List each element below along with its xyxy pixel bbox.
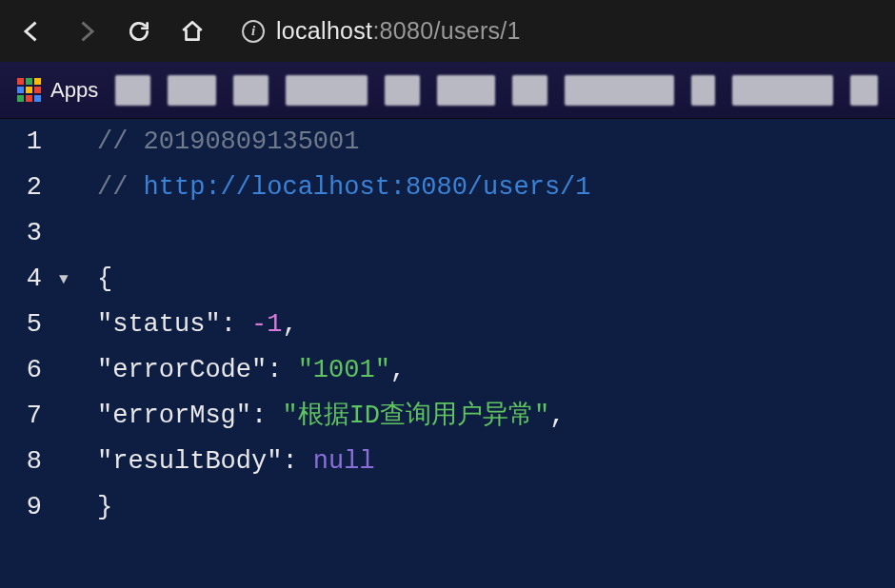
code-area[interactable]: ▼ // 20190809135001 // http://localhost:… (57, 119, 895, 588)
back-button[interactable] (19, 18, 46, 45)
line-gutter: 1 2 3 4 5 6 7 8 9 (0, 119, 57, 588)
bookmark-item[interactable] (850, 75, 878, 106)
address-bar[interactable]: i localhost:8080/users/1 (242, 17, 521, 45)
line-number: 6 (0, 347, 42, 393)
line-number: 8 (0, 439, 42, 484)
line-number: 9 (0, 484, 42, 530)
apps-button[interactable]: Apps (17, 78, 98, 103)
bookmark-item[interactable] (115, 75, 150, 106)
reload-button[interactable] (126, 18, 152, 45)
apps-label: Apps (50, 78, 98, 103)
bookmark-item[interactable] (233, 75, 268, 106)
code-line: { (57, 256, 895, 302)
forward-button[interactable] (72, 18, 99, 45)
code-line: // http://localhost:8080/users/1 (57, 165, 895, 210)
fold-toggle-icon[interactable]: ▼ (59, 271, 69, 288)
url-text: localhost:8080/users/1 (276, 17, 521, 45)
code-line: // 20190809135001 (57, 119, 895, 165)
bookmark-item[interactable] (512, 75, 547, 106)
bookmark-item[interactable] (565, 75, 674, 106)
bookmark-item[interactable] (691, 75, 715, 106)
code-line: "resultBody": null (57, 439, 895, 484)
line-number: 1 (0, 119, 42, 165)
site-info-icon[interactable]: i (242, 20, 265, 43)
code-line (57, 210, 895, 256)
bookmark-item[interactable] (286, 75, 368, 106)
json-viewer: 1 2 3 4 5 6 7 8 9 ▼ // 20190809135001 //… (0, 119, 895, 588)
line-number: 4 (0, 256, 42, 302)
bookmarks-bar: Apps (0, 62, 895, 119)
code-line: } (57, 484, 895, 530)
bookmark-item[interactable] (437, 75, 495, 106)
code-line: "status": -1, (57, 302, 895, 347)
line-number: 2 (0, 165, 42, 210)
bookmark-item[interactable] (168, 75, 216, 106)
bookmark-item[interactable] (732, 75, 832, 106)
browser-toolbar: i localhost:8080/users/1 (0, 0, 895, 62)
home-button[interactable] (179, 18, 206, 45)
line-number: 5 (0, 302, 42, 347)
line-number: 7 (0, 393, 42, 439)
nav-buttons (19, 18, 206, 45)
code-line: "errorCode": "1001", (57, 347, 895, 393)
bookmark-item[interactable] (385, 75, 420, 106)
line-number: 3 (0, 210, 42, 256)
code-line: "errorMsg": "根据ID查询用户异常", (57, 393, 895, 439)
apps-icon (17, 78, 41, 102)
